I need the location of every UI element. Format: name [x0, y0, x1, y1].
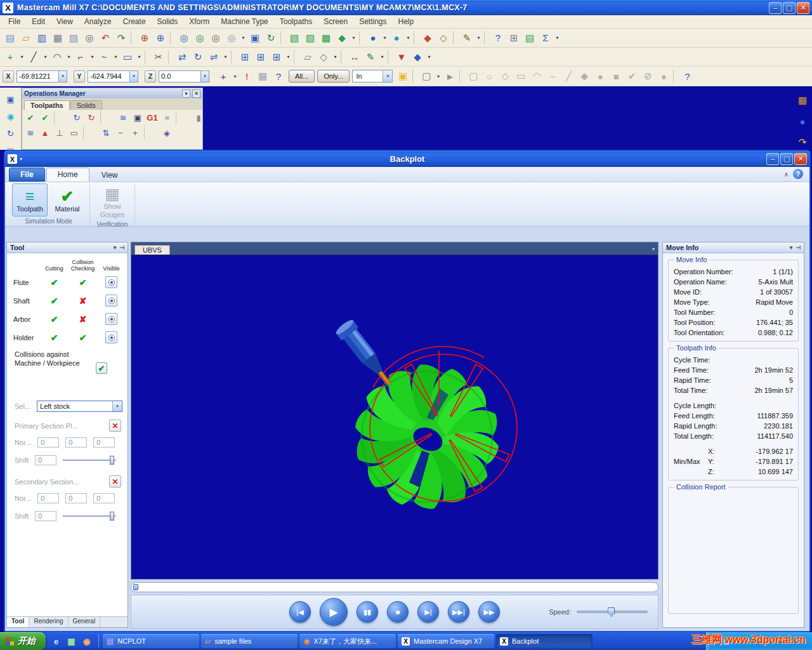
- new-file-button[interactable]: ▤: [3, 30, 18, 46]
- drafting-dropdown[interactable]: ▾: [379, 50, 386, 65]
- pause-button[interactable]: ▮▮: [357, 601, 378, 623]
- xform-translate-button[interactable]: ⇄: [174, 50, 190, 65]
- toolpath-lock-button[interactable]: ▮: [192, 110, 203, 124]
- menu-item[interactable]: Screen: [318, 16, 353, 27]
- dock-rotate-button[interactable]: ↻: [4, 126, 18, 140]
- gview-front-button[interactable]: ▨: [303, 30, 318, 46]
- visible-radio[interactable]: [105, 276, 117, 288]
- x-axis-button[interactable]: X: [3, 70, 14, 83]
- fastpoint-button[interactable]: !: [239, 69, 254, 84]
- create-point-button[interactable]: +: [3, 50, 18, 65]
- unzoom-button[interactable]: ◎: [224, 30, 239, 46]
- geometry-button[interactable]: ≋: [23, 126, 37, 140]
- cutting-checkbox[interactable]: ✔: [40, 296, 69, 306]
- gview-dropdown[interactable]: ▾: [350, 30, 357, 46]
- levels-button[interactable]: ⊞: [237, 50, 252, 65]
- shift2-slider[interactable]: [63, 511, 116, 521]
- task-mastercam-design[interactable]: X Mastercam Design X7: [398, 634, 494, 648]
- filter-wire-button[interactable]: ■: [608, 69, 624, 84]
- speed-slider[interactable]: [577, 611, 648, 613]
- verify-button[interactable]: ▣: [131, 110, 145, 124]
- tab-tool[interactable]: Tool: [7, 617, 29, 627]
- menu-item[interactable]: View: [51, 16, 79, 27]
- backplot-minimize-button[interactable]: –: [766, 153, 779, 165]
- dock-wcs-button[interactable]: ◉: [4, 109, 18, 123]
- clear-selection-button[interactable]: ⊘: [640, 69, 655, 84]
- shift-field[interactable]: 0: [35, 455, 56, 465]
- create-fillet-button[interactable]: ⌐: [73, 50, 88, 65]
- primary-section-clear-button[interactable]: ✕: [109, 420, 121, 432]
- xform-mirror-button[interactable]: ⇌: [206, 50, 221, 65]
- tab-toolpaths[interactable]: Toolpaths: [24, 100, 70, 110]
- menu-item[interactable]: Help: [393, 16, 420, 27]
- cplane-button[interactable]: ▱: [300, 50, 315, 65]
- cutting-checkbox[interactable]: ✔: [40, 314, 69, 324]
- shift-slider[interactable]: [63, 455, 116, 465]
- wcs-dropdown[interactable]: ▾: [405, 30, 412, 46]
- select-last-button[interactable]: ✔: [624, 69, 639, 84]
- speed-slider-thumb[interactable]: [608, 607, 615, 617]
- planes-button[interactable]: ●: [365, 30, 381, 46]
- pin-icon[interactable]: ⊤: [795, 245, 801, 250]
- backplot-ops-button[interactable]: ≋: [116, 110, 130, 124]
- menu-item[interactable]: Edit: [26, 16, 51, 27]
- levels-dropdown[interactable]: ▾: [285, 50, 292, 65]
- quicklaunch-media[interactable]: ◉: [81, 635, 93, 647]
- viewport-tab-ubvs[interactable]: UBVS: [134, 245, 170, 255]
- config-button[interactable]: ?: [271, 69, 286, 84]
- tab-view[interactable]: View: [91, 169, 129, 182]
- selection-help-button[interactable]: ?: [679, 69, 695, 84]
- y-coordinate-dropdown[interactable]: ▾: [129, 70, 138, 83]
- save-button[interactable]: ▥: [34, 30, 49, 46]
- show-gouges-button[interactable]: ▦ Show Gouges: [95, 183, 130, 220]
- stock-select[interactable]: Left stock ▾: [37, 401, 122, 412]
- filter-surface-button[interactable]: ●: [593, 69, 608, 84]
- filter-arc-button[interactable]: ◠: [529, 69, 544, 84]
- panel-menu-icon[interactable]: ▾: [790, 244, 793, 251]
- menu-item[interactable]: Analyze: [79, 16, 117, 27]
- wcs-button[interactable]: ●: [389, 30, 404, 46]
- level-set-button[interactable]: ⊞: [269, 50, 284, 65]
- sigma-button[interactable]: Σ: [538, 30, 553, 46]
- create-arc-button[interactable]: ◠: [49, 50, 65, 65]
- post-button[interactable]: G1: [145, 110, 159, 124]
- menu-item[interactable]: Machine Type: [215, 16, 274, 27]
- progress-thumb[interactable]: [133, 584, 138, 590]
- create-point-dropdown[interactable]: ▾: [18, 50, 25, 65]
- select-cursor-button[interactable]: ►: [442, 69, 457, 84]
- help-icon[interactable]: ?: [793, 169, 803, 179]
- filter-spline-button[interactable]: ~: [545, 69, 560, 84]
- menu-item[interactable]: Solids: [152, 16, 184, 27]
- normal-x-field[interactable]: 0: [37, 437, 59, 448]
- select-only-button[interactable]: Only...: [317, 70, 350, 83]
- trim-button[interactable]: ✂: [151, 50, 166, 65]
- toolpath-mode-button[interactable]: ≡ Toolpath: [12, 183, 48, 216]
- info-button[interactable]: ◈: [160, 126, 174, 140]
- tab-file[interactable]: File: [9, 168, 45, 182]
- create-line-dropdown[interactable]: ▾: [42, 50, 49, 65]
- dimension-button[interactable]: ↔: [347, 50, 362, 65]
- filter-rect-button[interactable]: ▭: [513, 69, 528, 84]
- shift2-field[interactable]: 0: [35, 511, 56, 521]
- stock-select-arrow[interactable]: ▾: [112, 401, 122, 411]
- shading-button[interactable]: ◆: [420, 30, 435, 46]
- in-selection-combo[interactable]: In▾: [352, 70, 393, 83]
- analyze-entity-button[interactable]: ⊕: [153, 30, 168, 46]
- filter-diamond-button[interactable]: ◇: [497, 69, 513, 84]
- viewport-canvas[interactable]: [131, 255, 658, 579]
- print-button[interactable]: ▦: [50, 30, 65, 46]
- grid-toggle-button[interactable]: ▦: [255, 69, 270, 84]
- tab-solids[interactable]: Solids: [70, 100, 102, 110]
- dock-view-button[interactable]: ▣: [4, 92, 18, 106]
- x-coordinate-dropdown[interactable]: ▾: [58, 70, 67, 83]
- panel-menu-icon[interactable]: ▾: [114, 244, 117, 251]
- create-spline-button[interactable]: ~: [96, 50, 112, 65]
- normal-z-field[interactable]: 0: [93, 437, 115, 448]
- y-axis-button[interactable]: Y: [74, 70, 85, 83]
- collision-checkbox[interactable]: ✔: [69, 333, 97, 343]
- viewport-tab-menu-icon[interactable]: ▾: [652, 246, 655, 252]
- visible-radio[interactable]: [105, 331, 117, 343]
- zoom-out-button[interactable]: ◎: [208, 30, 223, 46]
- normal2-x-field[interactable]: 0: [37, 493, 59, 503]
- gview-top-button[interactable]: ▧: [287, 30, 302, 46]
